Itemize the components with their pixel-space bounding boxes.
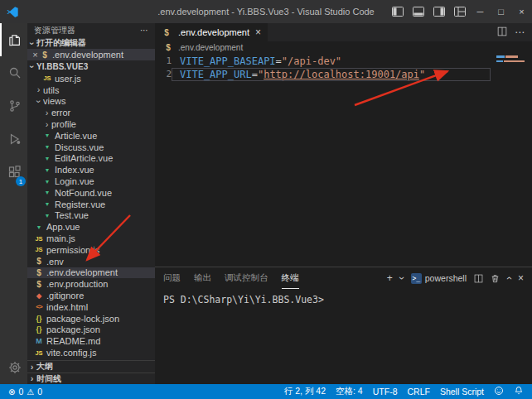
file-label: Discuss.vue [55, 142, 104, 152]
tree-item-vite.config.js[interactable]: JSvite.config.js [27, 347, 155, 358]
file-label: .gitignore [46, 291, 84, 300]
toggle-sidebar-icon[interactable] [387, 0, 408, 23]
vscode-window: .env.development - Yi.BBS.Vue3 - Visual … [0, 0, 532, 399]
close-panel-icon[interactable]: × [518, 272, 524, 284]
timeline-label: 时间线 [36, 373, 61, 385]
tree-item-error[interactable]: ›error [27, 107, 155, 118]
views-more-actions-icon[interactable]: ⋯ [140, 26, 148, 35]
activity-search-button[interactable] [0, 56, 27, 89]
terminal-dropdown-icon[interactable]: › [396, 276, 408, 280]
code-line-2[interactable]: 2VITE_APP_URL="http://localhost:19001/ap… [155, 68, 491, 81]
panel-tab-调试控制台[interactable]: 调试控制台 [225, 267, 268, 289]
panel-tab-终端[interactable]: 终端 [282, 267, 299, 289]
status-item[interactable]: CRLF [407, 387, 429, 397]
activity-extensions-button[interactable]: 1 [0, 156, 27, 189]
minimap[interactable] [494, 53, 532, 267]
tree-item-Test.vue[interactable]: ▼Test.vue [27, 210, 155, 222]
activity-bar: 1 [0, 23, 27, 384]
tree-item-views[interactable]: ›views [27, 96, 155, 108]
code-token: VITE_APP_BASEAPI [180, 55, 276, 67]
status-item[interactable]: 行 2, 列 42 [284, 386, 326, 397]
status-item[interactable]: 空格: 4 [336, 386, 363, 397]
tree-item-Index.vue[interactable]: ▼Index.vue [27, 164, 155, 175]
terminal-profile-selector[interactable]: >_ powershell [411, 273, 467, 284]
customize-layout-icon[interactable] [449, 0, 470, 23]
tree-item-NotFound.vue[interactable]: ▼NotFound.vue [27, 187, 155, 199]
new-terminal-icon[interactable]: + [387, 272, 393, 284]
outline-section-header[interactable]: › 大纲 [27, 361, 155, 373]
env-file-icon: $ [40, 50, 50, 60]
source-control-icon [8, 99, 22, 113]
maximize-button[interactable]: □ [491, 0, 511, 23]
maximize-panel-icon[interactable]: › [503, 276, 515, 280]
bottom-panel: 问题输出调试控制台终端 + › >_ powershell › × [155, 267, 532, 384]
split-editor-icon[interactable] [497, 26, 507, 39]
status-item[interactable]: Shell Script [440, 387, 484, 397]
activity-source-control-button[interactable] [0, 89, 27, 123]
toggle-panel-icon[interactable] [408, 0, 428, 23]
breadcrumb-item[interactable]: .env.development [178, 43, 243, 52]
feedback-smiley-icon[interactable] [494, 386, 504, 397]
code-lines: 1VITE_APP_BASEAPI="/api-dev"2VITE_APP_UR… [155, 55, 532, 81]
code-line-1[interactable]: 1VITE_APP_BASEAPI="/api-dev" [155, 55, 491, 68]
tree-item-Register.vue[interactable]: ▼Register.vue [27, 199, 155, 210]
tree-item-EditArticle.vue[interactable]: ▼EditArticle.vue [27, 153, 155, 165]
tree-item-main.js[interactable]: JSmain.js [27, 233, 155, 244]
breadcrumb[interactable]: $ .env.development [155, 41, 532, 53]
chevron-right-icon: › [27, 374, 36, 383]
terminal-view[interactable]: PS D:\CSharp\Yi\Yi.BBS.Vue3> [155, 289, 532, 384]
open-editor-item[interactable]: × $ .env.development [27, 49, 155, 60]
line-content: VITE_APP_BASEAPI="/api-dev" [172, 55, 491, 68]
tree-item-README.md[interactable]: MREADME.md [27, 335, 155, 347]
chevron-right-icon: › [34, 85, 43, 94]
chevron-down-icon: › [34, 97, 43, 106]
explorer-sidebar: 资源管理器 ⋯ › 打开的编辑器 × $ .env.development › … [27, 23, 155, 384]
code-editor[interactable]: 1VITE_APP_BASEAPI="/api-dev"2VITE_APP_UR… [155, 53, 532, 267]
vue-file-icon: ▼ [42, 213, 52, 219]
tree-item-.env.development[interactable]: $.env.development [27, 267, 155, 279]
activity-explorer-button[interactable] [0, 23, 27, 56]
close-window-button[interactable]: × [511, 0, 532, 23]
panel-tab-问题[interactable]: 问题 [163, 267, 181, 289]
file-label: Login.vue [55, 176, 94, 186]
kill-terminal-icon[interactable] [491, 274, 500, 283]
tree-item-package.json[interactable]: {}package.json [27, 324, 155, 336]
minimize-button[interactable]: ─ [470, 0, 491, 23]
tree-item-utils[interactable]: ›utils [27, 84, 155, 96]
tree-item-package-lock.json[interactable]: {}package-lock.json [27, 313, 155, 324]
tree-item-permission.js[interactable]: JSpermission.js [27, 244, 155, 256]
split-terminal-icon[interactable] [474, 274, 483, 283]
tree-item-App.vue[interactable]: ▼App.vue [27, 221, 155, 233]
activity-run-debug-button[interactable] [0, 123, 27, 156]
tree-item-Login.vue[interactable]: ▼Login.vue [27, 175, 155, 187]
timeline-section-header[interactable]: › 时间线 [27, 373, 155, 384]
problems-status[interactable]: ⊗ 0 ⚠ 0 [8, 387, 42, 397]
notifications-bell-icon[interactable] [514, 386, 524, 397]
tree-item-index.html[interactable]: <>index.html [27, 301, 155, 313]
close-icon[interactable]: × [31, 50, 40, 60]
close-tab-icon[interactable]: × [255, 26, 261, 38]
toggle-secondary-sidebar-icon[interactable] [428, 0, 449, 23]
file-label: user.js [55, 74, 81, 84]
tab-env-development[interactable]: $ .env.development × [155, 23, 268, 41]
status-item[interactable]: UTF-8 [373, 387, 398, 397]
file-label: Test.vue [55, 210, 89, 220]
tree-item-.env[interactable]: $.env [27, 256, 155, 267]
project-section-header[interactable]: › YI.BBS.VUE3 [27, 60, 155, 72]
tree-item-user.js[interactable]: JSuser.js [27, 73, 155, 84]
vue-file-icon: ▼ [34, 224, 44, 230]
tree-item-Article.vue[interactable]: ▼Article.vue [27, 130, 155, 142]
file-label: .env.development [46, 267, 118, 277]
sidebar-title-row: 资源管理器 ⋯ [27, 23, 155, 37]
settings-gear-button[interactable] [0, 351, 27, 384]
tree-item-profile[interactable]: ›profile [27, 118, 155, 130]
panel-actions: + › >_ powershell › × [387, 272, 524, 284]
panel-tab-输出[interactable]: 输出 [194, 267, 211, 289]
more-actions-icon[interactable]: ⋯ [515, 26, 525, 38]
open-editors-header[interactable]: › 打开的编辑器 [27, 37, 155, 49]
tree-item-Discuss.vue[interactable]: ▼Discuss.vue [27, 142, 155, 153]
chevron-right-icon: › [42, 120, 51, 129]
sidebar-bottom-sections: › 大纲 › 时间线 [27, 360, 155, 384]
tree-item-.env.production[interactable]: $.env.production [27, 278, 155, 290]
tree-item-.gitignore[interactable]: ◆.gitignore [27, 290, 155, 301]
